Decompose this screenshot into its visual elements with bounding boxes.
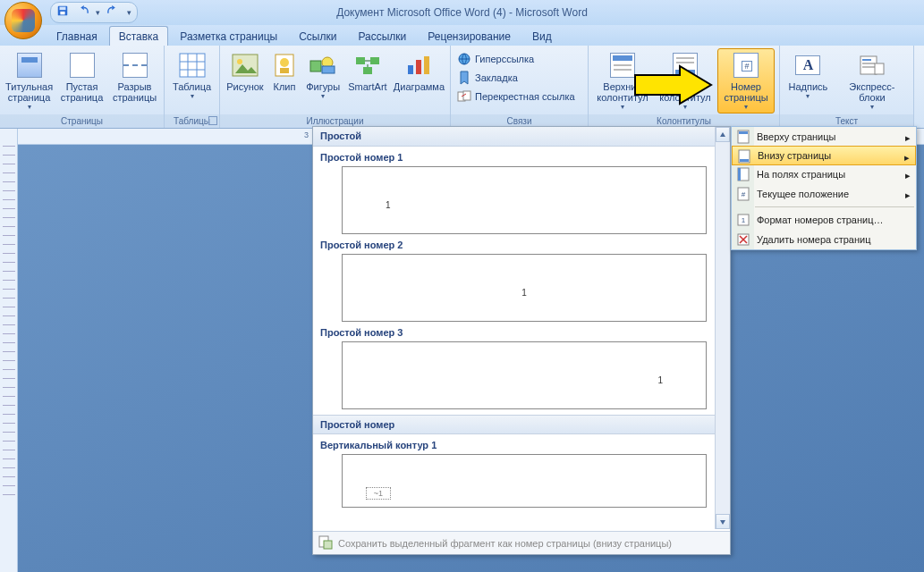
office-button[interactable] xyxy=(4,2,42,39)
svg-text:1: 1 xyxy=(742,216,746,224)
ribbon: Титульная страница▾ Пустая страница Разр… xyxy=(0,46,924,129)
svg-rect-12 xyxy=(280,68,289,73)
page-break-button[interactable]: Разрыв страницы xyxy=(109,48,160,114)
scroll-up-button[interactable] xyxy=(716,127,730,142)
submenu-arrow-icon: ▸ xyxy=(905,189,911,201)
picture-button[interactable]: Рисунок xyxy=(224,48,267,103)
tab-insert[interactable]: Вставка xyxy=(109,26,169,46)
footer-button[interactable]: Нижний колонтитул▾ xyxy=(655,48,716,114)
group-title-pages: Страницы xyxy=(0,114,164,128)
svg-rect-36 xyxy=(738,168,741,181)
gallery-section-simple: Простой xyxy=(313,127,730,147)
save-selection-icon xyxy=(318,535,333,551)
hyperlink-button[interactable]: Гиперссылка xyxy=(454,50,584,68)
gallery-body: Простой номер 1 1 Простой номер 2 1 Прос… xyxy=(313,147,730,531)
tab-home[interactable]: Главная xyxy=(47,26,107,46)
header-button[interactable]: Верхний колонтитул▾ xyxy=(592,48,653,114)
title-bar: ▾ ▾ Документ Microsoft Office Word (4) -… xyxy=(0,0,924,25)
gallery-section-plain-number: Простой номер xyxy=(313,415,719,434)
textbox-button[interactable]: A Надпись▾ xyxy=(784,48,833,114)
qat-customize-icon[interactable]: ▾ xyxy=(127,8,131,17)
format-icon: 1 xyxy=(736,213,750,227)
tab-view[interactable]: Вид xyxy=(522,26,562,46)
tab-page-layout[interactable]: Разметка страницы xyxy=(170,26,287,46)
tab-references[interactable]: Ссылки xyxy=(289,26,346,46)
svg-rect-28 xyxy=(862,66,875,68)
gallery-footer[interactable]: Сохранить выделенный фрагмент как номер … xyxy=(313,531,730,554)
tables-launcher-icon[interactable] xyxy=(208,116,217,125)
crossref-icon xyxy=(457,89,471,104)
menu-item-page-margins[interactable]: На полях страницы▸ xyxy=(732,164,916,184)
svg-rect-21 xyxy=(424,56,429,74)
gallery-item-label: Простой номер 2 xyxy=(320,240,712,250)
group-header-footer: Верхний колонтитул▾ Нижний колонтитул▾ #… xyxy=(589,46,780,128)
svg-rect-24 xyxy=(463,91,470,100)
table-button[interactable]: Таблица▾ xyxy=(168,48,216,103)
svg-rect-20 xyxy=(416,60,421,74)
blank-page-button[interactable]: Пустая страница xyxy=(56,48,107,114)
gallery-item-label: Простой номер 3 xyxy=(320,327,712,338)
crossref-button[interactable]: Перекрестная ссылка xyxy=(454,88,584,105)
gallery-item-label: Вертикальный контур 1 xyxy=(320,440,712,450)
submenu-arrow-icon: ▸ xyxy=(905,132,911,144)
chart-button[interactable]: Диаграмма xyxy=(392,48,446,103)
svg-rect-27 xyxy=(862,63,875,64)
svg-point-9 xyxy=(237,59,242,64)
ribbon-tabstrip: Главная Вставка Разметка страницы Ссылки… xyxy=(0,25,924,46)
svg-rect-32 xyxy=(739,131,748,134)
qat-dropdown-icon[interactable]: ▾ xyxy=(96,8,100,17)
tab-review[interactable]: Рецензирование xyxy=(418,26,521,46)
page-bottom-icon xyxy=(737,149,751,164)
svg-rect-26 xyxy=(862,59,871,61)
page-number-button[interactable]: # Номер страницы▾ xyxy=(717,48,775,114)
page-top-icon xyxy=(736,130,750,144)
gallery-item-label: Простой номер 1 xyxy=(320,152,712,163)
ruler-mark: 3 xyxy=(304,130,309,139)
group-pages: Титульная страница▾ Пустая страница Разр… xyxy=(0,46,165,128)
window-title: Документ Microsoft Office Word (4) - Mic… xyxy=(0,6,924,19)
svg-rect-17 xyxy=(370,57,379,64)
gallery-item-vertical-outline-1[interactable]: ~1 xyxy=(342,454,707,508)
gallery-scrollbar[interactable] xyxy=(715,127,730,529)
page-margins-icon xyxy=(736,167,750,181)
submenu-arrow-icon: ▸ xyxy=(905,170,911,181)
menu-item-remove-page-numbers[interactable]: Удалить номера страниц xyxy=(732,230,916,249)
svg-rect-29 xyxy=(875,63,884,74)
svg-rect-15 xyxy=(322,66,335,73)
menu-item-top-of-page[interactable]: Вверху страницы▸ xyxy=(732,127,916,147)
tab-mailings[interactable]: Рассылки xyxy=(348,26,416,46)
svg-rect-34 xyxy=(740,159,749,162)
menu-item-format-page-numbers[interactable]: 1 Формат номеров страниц… xyxy=(732,210,916,230)
clipart-button[interactable]: Клип xyxy=(268,48,301,103)
menu-item-current-position[interactable]: # Текущее положение▸ xyxy=(732,184,916,204)
gallery-footer-text: Сохранить выделенный фрагмент как номер … xyxy=(338,538,672,549)
vertical-ruler[interactable] xyxy=(0,129,18,572)
svg-rect-1 xyxy=(60,7,66,11)
svg-text:#: # xyxy=(742,190,746,198)
page-number-gallery: Простой Простой номер 1 1 Простой номер … xyxy=(312,126,731,555)
globe-icon xyxy=(457,52,471,66)
gallery-item-plain-1[interactable]: 1 xyxy=(342,166,707,234)
menu-item-bottom-of-page[interactable]: Внизу страницы▸ xyxy=(732,146,916,165)
cover-page-button[interactable]: Титульная страница▾ xyxy=(4,48,55,114)
current-position-icon: # xyxy=(736,187,750,201)
bookmark-icon xyxy=(457,71,471,85)
quick-access-toolbar: ▾ ▾ xyxy=(50,2,138,23)
remove-icon xyxy=(736,232,750,247)
gallery-item-plain-2[interactable]: 1 xyxy=(342,254,707,322)
svg-point-11 xyxy=(280,58,289,67)
quick-parts-button[interactable]: Экспресс-блоки▾ xyxy=(835,48,910,114)
shapes-button[interactable]: Фигуры▾ xyxy=(302,48,343,103)
smartart-button[interactable]: SmartArt xyxy=(345,48,390,103)
svg-rect-19 xyxy=(408,65,413,74)
group-illustrations: Рисунок Клип Фигуры▾ SmartArt Диаграмма … xyxy=(220,46,451,128)
redo-icon[interactable] xyxy=(107,4,120,21)
svg-rect-16 xyxy=(356,57,365,64)
group-text: A Надпись▾ Экспресс-блоки▾ Текст xyxy=(780,46,914,128)
bookmark-button[interactable]: Закладка xyxy=(454,69,584,87)
gallery-item-plain-3[interactable]: 1 xyxy=(342,341,707,409)
submenu-arrow-icon: ▸ xyxy=(904,152,910,164)
scroll-down-button[interactable] xyxy=(716,514,730,529)
undo-icon[interactable] xyxy=(76,4,89,21)
save-icon[interactable] xyxy=(56,4,69,21)
